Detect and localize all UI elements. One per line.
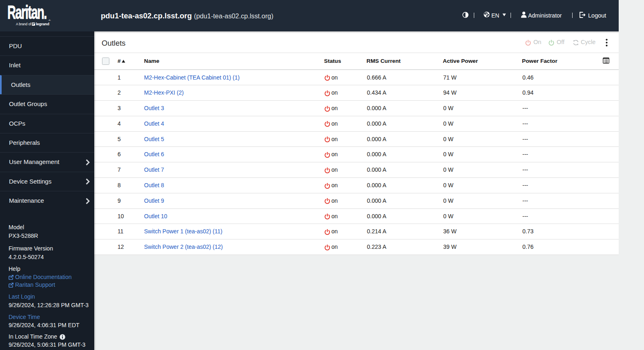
svg-text:Raritan.: Raritan. — [7, 4, 47, 21]
svg-text:®: ® — [49, 19, 51, 21]
